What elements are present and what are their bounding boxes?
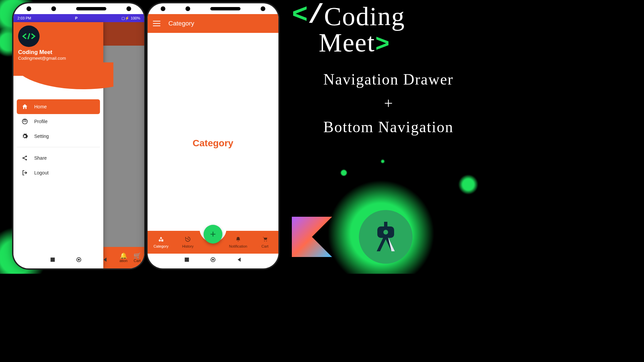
- nav-home-icon[interactable]: [210, 257, 216, 263]
- android-studio-logo-icon: [359, 210, 413, 264]
- svg-point-12: [78, 259, 79, 260]
- status-signal: P: [75, 16, 77, 20]
- bottom-nav-label: Notification: [229, 244, 247, 248]
- bottom-nav-item-history[interactable]: History: [174, 236, 201, 248]
- drawer-header: Coding Meet Codingmeet@gmail.com: [13, 22, 103, 76]
- code-mark-icon: </: [292, 3, 324, 28]
- nav-back-icon[interactable]: [102, 257, 108, 263]
- drawer-item-logout[interactable]: Logout: [17, 165, 100, 180]
- logout-icon: [21, 169, 28, 176]
- navigation-drawer: Coding Meet Codingmeet@gmail.com Home Pr…: [13, 22, 103, 268]
- gear-icon: [21, 133, 28, 140]
- nav-recent-icon[interactable]: [184, 257, 190, 263]
- drawer-item-home[interactable]: Home: [17, 99, 100, 114]
- svg-line-0: [28, 33, 30, 39]
- phone-mock-bottomnav: Category Category Category History Notif…: [148, 3, 278, 268]
- status-time: 2:03 PM: [17, 16, 31, 20]
- drawer-item-label: Logout: [34, 170, 49, 175]
- fab-add-button[interactable]: +: [204, 225, 222, 244]
- bottom-nav-item-notification[interactable]: Notification: [225, 236, 252, 248]
- headline-line-1: Navigation Drawer: [292, 70, 485, 88]
- svg-point-19: [212, 259, 214, 260]
- svg-point-15: [264, 241, 265, 241]
- nav-home-icon[interactable]: [76, 257, 82, 263]
- avatar: [18, 25, 40, 47]
- headline-plus: +: [292, 94, 485, 112]
- drawer-item-share[interactable]: Share: [17, 151, 100, 165]
- svg-rect-14: [161, 240, 163, 242]
- bottom-nav-label: History: [182, 244, 194, 248]
- page-content: Category: [148, 33, 278, 254]
- drawer-item-label: Home: [34, 104, 47, 109]
- home-icon: [21, 103, 28, 110]
- drawer-item-label: Profile: [34, 119, 48, 124]
- svg-point-3: [25, 121, 26, 121]
- bottom-nav-item-category[interactable]: Category: [148, 236, 174, 248]
- history-icon: [174, 236, 201, 244]
- plus-icon: +: [210, 228, 216, 240]
- brand-word-bottom: Meet: [319, 28, 375, 57]
- svg-point-13: [159, 240, 161, 242]
- svg-point-16: [266, 241, 267, 241]
- drawer-user-name: Coding Meet: [18, 49, 99, 56]
- nav-recent-icon[interactable]: [50, 257, 56, 263]
- app-toolbar: Category: [148, 14, 278, 33]
- drawer-item-profile[interactable]: Profile: [17, 114, 100, 129]
- svg-rect-20: [384, 222, 387, 226]
- svg-rect-10: [51, 258, 55, 262]
- android-nav-bar: [148, 252, 278, 267]
- face-icon: [21, 118, 28, 125]
- bottom-nav-item-cart[interactable]: Cart: [252, 236, 278, 248]
- kotlin-logo-icon: [292, 217, 332, 257]
- bell-icon: [225, 236, 252, 244]
- android-status-bar: 2:03 PM P ▢⚡ 100%: [13, 14, 144, 22]
- drawer-menu: Home Profile Setting: [13, 76, 103, 184]
- green-splatter: [458, 174, 478, 195]
- drawer-divider: [17, 147, 100, 147]
- hamburger-icon[interactable]: [153, 21, 160, 26]
- close-bracket-icon: >: [375, 31, 390, 59]
- svg-line-8: [24, 158, 26, 159]
- brand-word-top: Coding: [324, 2, 405, 31]
- drawer-item-setting[interactable]: Setting: [17, 129, 100, 144]
- page-body-text: Category: [193, 138, 233, 149]
- phone-notch: [13, 3, 144, 14]
- category-icon: [148, 236, 174, 244]
- headline-line-2: Bottom Navigation: [292, 118, 485, 136]
- branding-block: </ Coding Meet> Navigation Drawer + Bott…: [292, 3, 485, 136]
- cart-icon: [252, 236, 278, 244]
- android-nav-bar: [13, 252, 144, 267]
- battery-icon: ▢⚡: [121, 16, 129, 20]
- drawer-user-email: Codingmeet@gmail.com: [18, 56, 99, 61]
- bottom-nav-label: Cart: [262, 244, 269, 248]
- share-icon: [21, 155, 28, 161]
- nav-back-icon[interactable]: [236, 257, 242, 263]
- battery-text: 100%: [131, 16, 140, 20]
- svg-rect-17: [185, 258, 189, 262]
- phone-mock-drawer: 2:03 PM P ▢⚡ 100% 🔔 ation 🛒 Cart: [13, 3, 144, 268]
- svg-line-7: [24, 157, 26, 158]
- tech-logos: [292, 210, 413, 264]
- code-logo-icon: [22, 32, 36, 40]
- phone-notch: [148, 3, 278, 14]
- svg-point-2: [24, 121, 24, 121]
- drawer-item-label: Setting: [34, 134, 49, 139]
- toolbar-title: Category: [168, 20, 194, 27]
- bottom-nav-label: Category: [154, 244, 169, 248]
- drawer-item-label: Share: [34, 155, 47, 161]
- svg-point-21: [383, 230, 388, 235]
